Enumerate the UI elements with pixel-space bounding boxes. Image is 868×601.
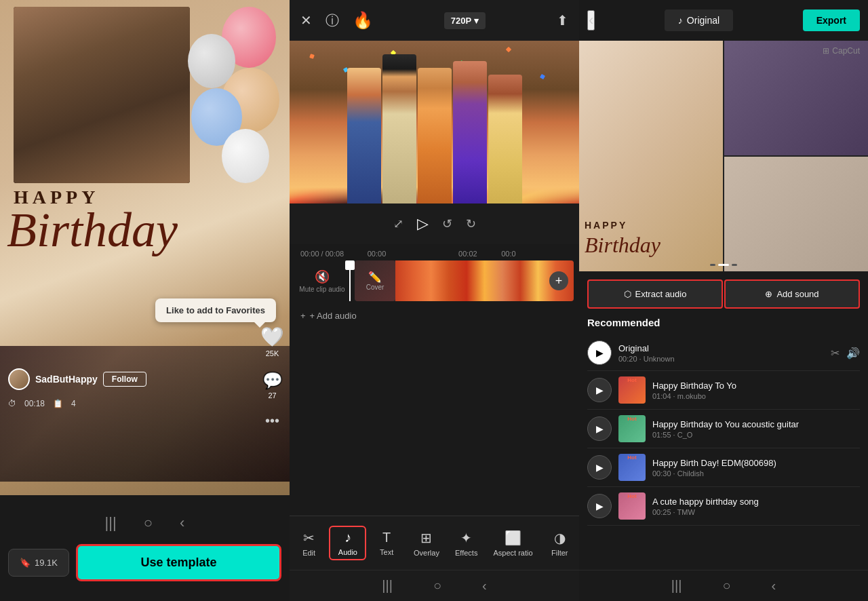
capcut-flame-icon: 🔥: [353, 11, 373, 30]
comment-count: 27: [268, 391, 276, 400]
panel2-nav-lines[interactable]: |||: [382, 578, 393, 594]
audio-back-button[interactable]: ‹: [587, 10, 595, 31]
like-favorites-tooltip: Like to add to Favorites: [155, 298, 276, 322]
username-label: SadButHappy: [35, 374, 98, 385]
filter-icon: ◑: [554, 530, 566, 546]
cut-icon[interactable]: ✂: [831, 347, 840, 360]
scissors-icon: ✂: [303, 530, 315, 546]
music-item-original: ▶ Original 00:20 · Unknown ✂ 🔊: [587, 335, 860, 371]
undo-button[interactable]: ↺: [442, 216, 452, 231]
add-audio-button[interactable]: + + Add audio: [290, 305, 579, 326]
use-template-button[interactable]: Use template: [76, 544, 281, 581]
dot-1: [710, 264, 715, 266]
dots-icon: •••: [265, 413, 279, 428]
play-birthday-yo-button[interactable]: ▶: [587, 378, 612, 402]
follow-button[interactable]: Follow: [103, 372, 146, 387]
volume-icon: 🔇: [315, 269, 330, 284]
edm-title: Happy Birth Day! EDM(800698): [652, 458, 860, 468]
panel2-nav-home[interactable]: ○: [433, 578, 441, 594]
cover-clip[interactable]: ✏️ Cover: [355, 260, 395, 301]
effects-icon: ✦: [460, 530, 472, 546]
quality-selector[interactable]: 720P ▾: [444, 12, 486, 29]
view-count-button[interactable]: 🔖 19.1K: [8, 549, 69, 577]
heart-button[interactable]: 🤍 25K: [260, 326, 284, 357]
tool-edit[interactable]: ✂ Edit: [290, 526, 328, 561]
collage-bottom-right: [724, 157, 868, 271]
add-clip-button[interactable]: +: [549, 271, 568, 290]
play-edm-button[interactable]: ▶: [587, 455, 612, 480]
tool-overlay[interactable]: ⊞ Overlay: [407, 526, 446, 561]
person-photo: [14, 7, 190, 183]
tab-original[interactable]: ♪ Original: [665, 9, 733, 31]
audio-header-tabs: ♪ Original: [595, 9, 802, 31]
panel1-bottom-bar: ||| ○ ‹ 🔖 19.1K Use template: [0, 495, 290, 601]
video-duration: 00:18: [24, 399, 45, 408]
quality-label: 720P: [451, 16, 471, 26]
play-button[interactable]: ▷: [417, 215, 429, 233]
nav-lines-icon[interactable]: |||: [105, 514, 117, 532]
quality-arrow-icon: ▾: [474, 16, 479, 26]
add-sound-button[interactable]: ⊕ Add sound: [724, 279, 860, 309]
panel2-nav-back[interactable]: ‹: [482, 578, 487, 594]
editor-toolbar: ✂ Edit ♪ Audio T Text ⊞ Overlay ✦ Effect…: [290, 516, 579, 570]
top-photo: [14, 7, 190, 183]
recommended-title: Recommended: [587, 317, 860, 328]
person-3: [418, 68, 452, 203]
nav-back-icon[interactable]: ‹: [180, 514, 184, 532]
help-icon[interactable]: ⓘ: [326, 12, 339, 30]
tool-audio[interactable]: ♪ Audio: [329, 526, 366, 560]
more-options-button[interactable]: •••: [265, 413, 279, 429]
video-preview-panel3: HAPPY Birthday ⊞ CapCut: [579, 41, 868, 271]
video-track[interactable]: ✏️ Cover +: [355, 260, 574, 301]
clock-icon: ⏱: [8, 399, 16, 408]
redo-button[interactable]: ↻: [466, 216, 476, 231]
mute-track-label[interactable]: 🔇 Mute clip audio: [295, 269, 349, 293]
extract-audio-button[interactable]: ⬡ Extract audio: [587, 279, 723, 309]
play-cute-button[interactable]: ▶: [587, 494, 612, 518]
preview-pagination-dots: [710, 264, 737, 266]
playhead-top: [345, 260, 355, 270]
panel3-nav-back[interactable]: ‹: [772, 578, 776, 594]
person-4: [453, 61, 487, 203]
main-track-row: 🔇 Mute clip audio ✏️ Cover +: [295, 260, 574, 301]
confetti-7: [540, 74, 545, 79]
expand-button[interactable]: ⤢: [393, 216, 403, 231]
right-sidebar: 🤍 25K 💬 27 •••: [260, 326, 284, 429]
tool-text[interactable]: T Text: [368, 526, 406, 560]
tool-filter[interactable]: ◑ Filter: [541, 526, 578, 561]
play-acoustic-button[interactable]: ▶: [587, 416, 612, 441]
birthday-yo-meta: 01:04 · m.okubo: [652, 392, 860, 400]
editor-header: ✕ ⓘ 🔥 720P ▾ ⬆: [290, 0, 579, 41]
play-original-button[interactable]: ▶: [587, 341, 612, 365]
clip-icon: 📋: [53, 399, 63, 408]
close-icon[interactable]: ✕: [300, 12, 312, 28]
clip-segment-main[interactable]: [395, 260, 574, 301]
tool-effects[interactable]: ✦ Effects: [448, 526, 485, 561]
original-title: Original: [618, 343, 824, 353]
music-note-icon: ♪: [344, 530, 351, 545]
dot-2: [718, 264, 729, 266]
panel3-nav-lines[interactable]: |||: [671, 578, 682, 594]
clip-strip: [395, 260, 574, 301]
nav-home-icon[interactable]: ○: [144, 514, 153, 532]
export-button[interactable]: Export: [803, 9, 860, 31]
volume-icon-original[interactable]: 🔊: [846, 347, 860, 360]
timeline-area: 00:00 / 00:08 00:00 00:02 00:0 🔇 Mute cl…: [290, 244, 579, 516]
video-frame: [290, 41, 579, 203]
audio-panel-header: ‹ ♪ Original Export: [579, 0, 868, 41]
balloon-white: [222, 129, 269, 183]
panel3-audio: ‹ ♪ Original Export HAPPY Birthday ⊞ Cap…: [579, 0, 868, 601]
tool-aspect-ratio[interactable]: ⬜ Aspect ratio: [486, 526, 539, 561]
collage-grid: HAPPY Birthday: [579, 41, 868, 271]
confetti-6: [506, 47, 511, 52]
text-icon: T: [382, 530, 391, 545]
panel3-nav-home[interactable]: ○: [722, 578, 730, 594]
cute-meta: 00:25 · TMW: [652, 508, 860, 516]
aspect-ratio-icon: ⬜: [505, 530, 521, 546]
edm-info: Happy Birth Day! EDM(800698) 00:30 · Chi…: [652, 458, 860, 478]
upload-icon[interactable]: ⬆: [557, 12, 568, 28]
clip-count: 4: [71, 399, 76, 408]
comment-button[interactable]: 💬 27: [262, 371, 283, 400]
acoustic-info: Happy Birthday to You acoustic guitar 01…: [652, 419, 860, 439]
original-meta: 00:20 · Unknown: [618, 355, 824, 363]
